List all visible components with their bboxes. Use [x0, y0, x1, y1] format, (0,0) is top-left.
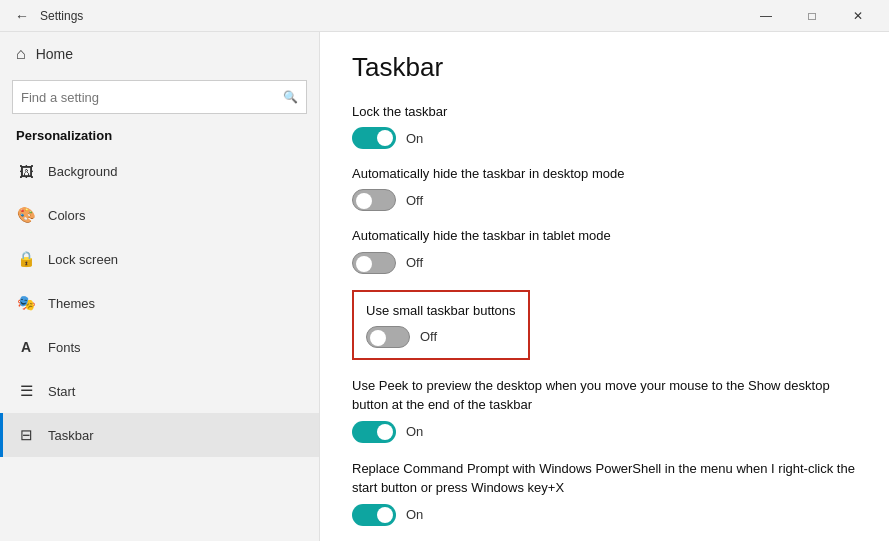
small-buttons-label: Use small taskbar buttons: [366, 302, 516, 320]
lock-taskbar-state: On: [406, 131, 423, 146]
peek-preview-toggle[interactable]: [352, 421, 396, 443]
search-input[interactable]: [21, 90, 283, 105]
sidebar-item-themes[interactable]: 🎭 Themes: [0, 281, 319, 325]
sidebar-item-taskbar[interactable]: ⊟ Taskbar: [0, 413, 319, 457]
hide-desktop-thumb: [356, 193, 372, 209]
powershell-state: On: [406, 507, 423, 522]
fonts-icon: A: [16, 339, 36, 355]
peek-preview-label: Use Peek to preview the desktop when you…: [352, 376, 857, 415]
sidebar-item-home[interactable]: ⌂ Home: [0, 32, 319, 76]
setting-small-buttons: Use small taskbar buttons Off: [352, 290, 857, 360]
hide-desktop-state: Off: [406, 193, 423, 208]
lock-taskbar-toggle-row: On: [352, 127, 857, 149]
lock-taskbar-thumb: [377, 130, 393, 146]
lock-taskbar-toggle[interactable]: [352, 127, 396, 149]
background-icon: 🖼: [16, 163, 36, 180]
hide-desktop-toggle-row: Off: [352, 189, 857, 211]
setting-powershell: Replace Command Prompt with Windows Powe…: [352, 459, 857, 526]
sidebar-label-fonts: Fonts: [48, 340, 81, 355]
setting-hide-desktop: Automatically hide the taskbar in deskto…: [352, 165, 857, 211]
sidebar-item-fonts[interactable]: A Fonts: [0, 325, 319, 369]
content-area: Taskbar Lock the taskbar On Automaticall…: [320, 32, 889, 541]
minimize-button[interactable]: —: [743, 0, 789, 32]
small-buttons-highlight-box: Use small taskbar buttons Off: [352, 290, 530, 360]
page-title: Taskbar: [352, 52, 857, 83]
minimize-icon: —: [760, 9, 772, 23]
sidebar-search-box[interactable]: 🔍: [12, 80, 307, 114]
hide-tablet-thumb: [356, 256, 372, 272]
back-button[interactable]: ←: [8, 2, 36, 30]
start-icon: ☰: [16, 382, 36, 400]
powershell-toggle-row: On: [352, 504, 857, 526]
maximize-icon: □: [808, 9, 815, 23]
small-buttons-toggle-row: Off: [366, 326, 516, 348]
hide-tablet-toggle[interactable]: [352, 252, 396, 274]
sidebar-label-lock-screen: Lock screen: [48, 252, 118, 267]
close-icon: ✕: [853, 9, 863, 23]
small-buttons-state: Off: [420, 329, 437, 344]
themes-icon: 🎭: [16, 294, 36, 312]
peek-preview-state: On: [406, 424, 423, 439]
powershell-thumb: [377, 507, 393, 523]
powershell-label: Replace Command Prompt with Windows Powe…: [352, 459, 857, 498]
window-controls: — □ ✕: [743, 0, 881, 32]
taskbar-icon: ⊟: [16, 426, 36, 444]
peek-preview-toggle-row: On: [352, 421, 857, 443]
sidebar-item-colors[interactable]: 🎨 Colors: [0, 193, 319, 237]
sidebar-label-themes: Themes: [48, 296, 95, 311]
hide-tablet-label: Automatically hide the taskbar in tablet…: [352, 227, 857, 245]
sidebar-label-background: Background: [48, 164, 117, 179]
hide-tablet-state: Off: [406, 255, 423, 270]
powershell-toggle[interactable]: [352, 504, 396, 526]
colors-icon: 🎨: [16, 206, 36, 224]
sidebar-item-background[interactable]: 🖼 Background: [0, 149, 319, 193]
sidebar-item-lock-screen[interactable]: 🔒 Lock screen: [0, 237, 319, 281]
sidebar-item-start[interactable]: ☰ Start: [0, 369, 319, 413]
window-title: Settings: [40, 9, 743, 23]
maximize-button[interactable]: □: [789, 0, 835, 32]
sidebar-label-taskbar: Taskbar: [48, 428, 94, 443]
hide-desktop-toggle[interactable]: [352, 189, 396, 211]
home-label: Home: [36, 46, 73, 62]
setting-hide-tablet: Automatically hide the taskbar in tablet…: [352, 227, 857, 273]
sidebar: ⌂ Home 🔍 Personalization 🖼 Background 🎨 …: [0, 32, 320, 541]
hide-desktop-label: Automatically hide the taskbar in deskto…: [352, 165, 857, 183]
lock-taskbar-label: Lock the taskbar: [352, 103, 857, 121]
search-icon: 🔍: [283, 90, 298, 104]
small-buttons-thumb: [370, 330, 386, 346]
small-buttons-toggle[interactable]: [366, 326, 410, 348]
close-button[interactable]: ✕: [835, 0, 881, 32]
back-icon: ←: [15, 8, 29, 24]
setting-peek-preview: Use Peek to preview the desktop when you…: [352, 376, 857, 443]
sidebar-label-colors: Colors: [48, 208, 86, 223]
setting-lock-taskbar: Lock the taskbar On: [352, 103, 857, 149]
peek-preview-thumb: [377, 424, 393, 440]
titlebar: ← Settings — □ ✕: [0, 0, 889, 32]
hide-tablet-toggle-row: Off: [352, 252, 857, 274]
sidebar-label-start: Start: [48, 384, 75, 399]
home-icon: ⌂: [16, 45, 26, 63]
lock-screen-icon: 🔒: [16, 250, 36, 268]
sidebar-section-title: Personalization: [0, 122, 319, 149]
main-layout: ⌂ Home 🔍 Personalization 🖼 Background 🎨 …: [0, 32, 889, 541]
